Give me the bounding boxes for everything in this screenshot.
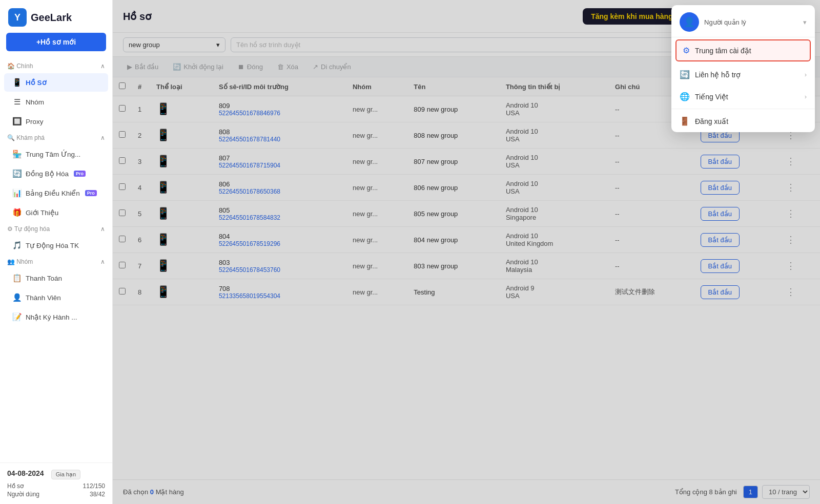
dropdown-avatar-icon: 👤 [684, 16, 695, 28]
dropdown-divider [671, 109, 815, 109]
sidebar-item-nhom-label: Nhóm [26, 98, 44, 106]
trung-tam-ung-icon: 🏪 [12, 150, 22, 159]
user-dropdown-menu: 👤 Người quản lý ▾ ⚙ Trung tâm cài đặt 🔄 … [671, 5, 815, 132]
new-profile-button[interactable]: +Hồ sơ mới [6, 33, 106, 51]
sidebar-item-tu-dong-hoa-tk[interactable]: 🎵 Tự Động Hóa TK [4, 236, 108, 255]
dropdown-item-dang-xuat[interactable]: 🚪 Đăng xuất [671, 110, 815, 132]
footer-stat-nguoi-dung: Người dùng 38/42 [7, 491, 105, 498]
bang-dieu-pro-badge: Pro [85, 190, 97, 196]
section-kham-pha-label: 🔍 Khám phá [7, 134, 45, 141]
sidebar-item-bang-dieu-label: Bảng Điều Khiển [26, 189, 80, 197]
section-tu-dong-hoa-label: ⚙ Tự động hóa [7, 225, 50, 233]
sidebar-item-gioi-thieu[interactable]: 🎁 Giới Thiệu [4, 203, 108, 222]
main-content: Hồ sơ Tăng kèm khi mua hàng ↑ 🔔 👤 Người … [113, 0, 820, 504]
sidebar-item-ho-so-label: Hồ Sơ [26, 78, 47, 87]
tieng-viet-icon: 🌐 [680, 92, 690, 101]
sidebar-item-trung-tam-ung[interactable]: 🏪 Trung Tâm Ứng... [4, 145, 108, 163]
dropdown-item-tieng-viet[interactable]: 🌐 Tiếng Việt › [671, 86, 815, 108]
section-tu-dong-hoa: ⚙ Tự động hóa ∧ [0, 222, 112, 236]
bang-dieu-khien-icon: 📊 [12, 188, 22, 198]
sidebar: Y GeeLark +Hồ sơ mới 🏠 Chính ∧ 📱 Hồ Sơ ☰… [0, 0, 113, 504]
footer-stat-nguoi-dung-value: 38/42 [90, 491, 105, 498]
sidebar-item-dong-bo-hoa[interactable]: 🔄 Đồng Bộ Hóa Pro [4, 164, 108, 183]
section-chinh-label: 🏠 Chính [7, 62, 33, 70]
sidebar-item-ho-so[interactable]: 📱 Hồ Sơ [4, 73, 108, 92]
footer-renew-button[interactable]: Gia hạn [51, 470, 80, 479]
section-chinh: 🏠 Chính ∧ [0, 59, 112, 73]
thanh-toan-icon: 📋 [12, 274, 22, 283]
sidebar-item-thanh-toan-label: Thanh Toán [26, 275, 62, 282]
nhom-icon: ☰ [12, 97, 22, 107]
sidebar-item-proxy[interactable]: 🔲 Proxy [4, 112, 108, 131]
dropdown-user-header: 👤 Người quản lý ▾ [671, 5, 815, 37]
lien-he-ho-tro-icon: 🔄 [680, 70, 690, 79]
lien-he-ho-tro-label: Liên hệ hỗ trợ [695, 71, 741, 79]
footer-stat-ho-so-label: Hồ sơ [7, 482, 24, 490]
sidebar-item-nhat-ky-hanh-label: Nhật Ký Hành ... [26, 313, 77, 321]
logo-icon: Y [8, 8, 27, 27]
section-tu-dong-hoa-chevron[interactable]: ∧ [100, 225, 105, 233]
logo-text: GeeLark [31, 12, 72, 24]
section-nhom: 👥 Nhóm ∧ [0, 255, 112, 268]
sidebar-item-nhom[interactable]: ☰ Nhóm [4, 93, 108, 111]
footer-stat-ho-so: Hồ sơ 112/150 [7, 482, 105, 490]
trung-tam-cai-dat-label: Trung tâm cài đặt [695, 47, 751, 55]
tieng-viet-chevron-icon: › [805, 93, 807, 100]
proxy-icon: 🔲 [12, 117, 22, 126]
lien-he-ho-tro-chevron-icon: › [805, 71, 807, 78]
sidebar-item-nhat-ky-hanh[interactable]: 📝 Nhật Ký Hành ... [4, 308, 108, 326]
dropdown-avatar: 👤 [680, 12, 699, 32]
sidebar-item-bang-dieu-khien[interactable]: 📊 Bảng Điều Khiển Pro [4, 184, 108, 202]
dropdown-username: Người quản lý [704, 18, 746, 26]
dang-xuat-icon: 🚪 [680, 116, 690, 126]
footer-stat-ho-so-value: 112/150 [83, 482, 105, 490]
dong-bo-hoa-icon: 🔄 [12, 169, 22, 178]
section-nhom-label: 👥 Nhóm [7, 258, 33, 265]
sidebar-item-trung-tam-label: Trung Tâm Ứng... [26, 150, 80, 158]
sidebar-item-thanh-toan[interactable]: 📋 Thanh Toán [4, 269, 108, 287]
tu-dong-hoa-tk-icon: 🎵 [12, 241, 22, 250]
dong-bo-pro-badge: Pro [74, 171, 86, 177]
sidebar-item-dong-bo-label: Đồng Bộ Hóa [26, 170, 69, 178]
sidebar-item-gioi-thieu-label: Giới Thiệu [26, 208, 58, 217]
gioi-thieu-icon: 🎁 [12, 208, 22, 217]
dang-xuat-label: Đăng xuất [695, 117, 728, 125]
section-nhom-chevron[interactable]: ∧ [100, 258, 105, 265]
section-kham-pha: 🔍 Khám phá ∧ [0, 131, 112, 144]
dropdown-item-lien-he-ho-tro[interactable]: 🔄 Liên hệ hỗ trợ › [671, 64, 815, 86]
footer-stats: Hồ sơ 112/150 Người dùng 38/42 [7, 482, 105, 498]
section-chinh-chevron[interactable]: ∧ [100, 62, 105, 70]
ho-so-icon: 📱 [12, 78, 22, 87]
sidebar-item-thanh-vien-label: Thành Viên [26, 294, 61, 302]
footer-stat-nguoi-dung-label: Người dùng [7, 491, 39, 498]
tieng-viet-label: Tiếng Việt [695, 93, 728, 101]
trung-tam-cai-dat-icon: ⚙ [683, 46, 690, 55]
sidebar-item-tu-dong-hoa-tk-label: Tự Động Hóa TK [26, 241, 79, 249]
dropdown-item-trung-tam-cai-dat[interactable]: ⚙ Trung tâm cài đặt [675, 39, 811, 61]
footer-date: 04-08-2024 [7, 469, 44, 477]
nhat-ky-hanh-icon: 📝 [12, 312, 22, 322]
sidebar-item-proxy-label: Proxy [26, 118, 44, 125]
logo-area: Y GeeLark [0, 0, 112, 33]
dropdown-user-chevron-icon: ▾ [803, 18, 807, 26]
section-kham-pha-chevron[interactable]: ∧ [100, 134, 105, 141]
sidebar-item-thanh-vien[interactable]: 👤 Thành Viên [4, 288, 108, 307]
thanh-vien-icon: 👤 [12, 293, 22, 302]
sidebar-footer: 04-08-2024 Gia hạn Hồ sơ 112/150 Người d… [0, 463, 112, 504]
